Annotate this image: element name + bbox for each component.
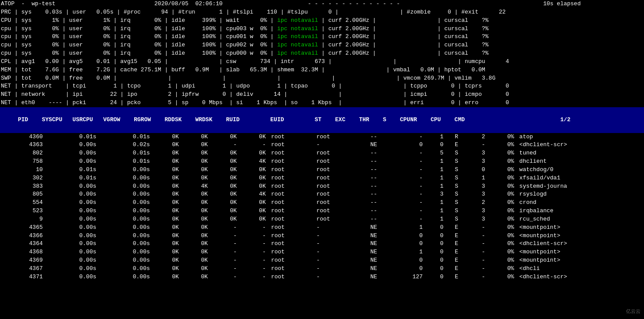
cpu3-line: cpu | sys 0% | user 0% | irq 0% | idle 1… bbox=[0, 49, 644, 58]
table-row: 8020.00s0.01s0K0K0K0Krootroot---5S30%tun… bbox=[0, 149, 644, 158]
cpu0-line: cpu | sys 0% | user 0% | irq 0% | idle 1… bbox=[0, 25, 644, 33]
net-transport-line: NET | transport | tcpi 1 | tcpo 1 | udpi… bbox=[0, 82, 644, 91]
table-row: 43640.00s0.00s0K0K--root-NE00E-0%<dhclie… bbox=[0, 240, 644, 248]
cpu2-line: cpu | sys 0% | user 0% | irq 0% | idle 1… bbox=[0, 41, 644, 49]
mem-line: MEM | tot 7.6G | free 7.2G | cache 275.1… bbox=[0, 66, 644, 74]
table-row: 43680.00s0.00s0K0K--root-NE10E-0%<mountp… bbox=[0, 248, 644, 256]
table-row: 43600.01s0.01s0K0K0K0Krootroot---1R20%at… bbox=[0, 133, 644, 141]
table-row: 43650.00s0.00s0K0K--root-NE10E-0%<mountp… bbox=[0, 224, 644, 232]
terminal: ATOP - wp-test 2020/08/05 02:06:10 - - -… bbox=[0, 0, 644, 319]
table-row: 5540.00s0.00s0K0K0K0Krootroot---1S20%cro… bbox=[0, 199, 644, 207]
cpu-total-line: CPU | sys 1% | user 1% | irq 0% | idle 3… bbox=[0, 17, 644, 25]
table-row: 43690.00s0.00s0K0K--root-NE00E-0%<mountp… bbox=[0, 256, 644, 265]
watermark: 亿云云 bbox=[626, 308, 641, 315]
proc-header-text: PID SYSCPU USRCPU VGROW RGROW RDDSK WRDS… bbox=[14, 116, 571, 123]
cpl-line: CPL | avg1 0.00 | avg5 0.01 | avg15 0.05… bbox=[0, 58, 644, 66]
prc-line: PRC | sys 0.03s | user 0.05s | #proc 94 … bbox=[0, 8, 644, 17]
atop-header-line: ATOP - wp-test 2020/08/05 02:06:10 - - -… bbox=[0, 0, 644, 8]
table-row: 3020.01s0.00s0K0K0K0Krootroot---1S10%xfs… bbox=[0, 174, 644, 182]
table-row: 8050.00s0.00s0K0K0K4Krootroot---3S30%rsy… bbox=[0, 190, 644, 199]
table-row: 100.01s0.00s0K0K0K0Krootroot---1S00%watc… bbox=[0, 166, 644, 174]
table-row: 43710.00s0.00s0K0K--root-NE1270E-0%<dhcl… bbox=[0, 273, 644, 281]
process-table: 43600.01s0.01s0K0K0K0Krootroot---1R20%at… bbox=[0, 133, 644, 281]
table-row: 43630.00s0.02s0K0K--root-NE00E-0%<dhclie… bbox=[0, 141, 644, 149]
net-eth0-line: NET | eth0 ---- | pcki 24 | pcko 5 | sp … bbox=[0, 99, 644, 107]
cpu1-line: cpu | sys 0% | user 0% | irq 0% | idle 1… bbox=[0, 33, 644, 41]
table-row: 5230.00s0.00s0K0K0K0Krootroot---1S30%irq… bbox=[0, 207, 644, 215]
net-network-line: NET | network | ipi 22 | ipo 2 | ipfrw 0… bbox=[0, 91, 644, 99]
process-table-header: PID SYSCPU USRCPU VGROW RGROW RDDSK WRDS… bbox=[0, 107, 644, 133]
swp-line: SWP | tot 0.0M | free 0.0M | | | | | | v… bbox=[0, 74, 644, 83]
table-row: 43670.00s0.00s0K0K--root-NE00E-0%<dhcli bbox=[0, 265, 644, 273]
table-row: 7580.00s0.01s0K0K0K4Krootroot---1S30%dhc… bbox=[0, 158, 644, 166]
table-row: 90.00s0.00s0K0K0K0Krootroot---1S30%rcu_s… bbox=[0, 215, 644, 224]
table-row: 43660.00s0.00s0K0K--root-NE00E-0%<mountp… bbox=[0, 232, 644, 240]
table-row: 3830.00s0.00s0K4K0K0Krootroot---1S30%sys… bbox=[0, 182, 644, 191]
